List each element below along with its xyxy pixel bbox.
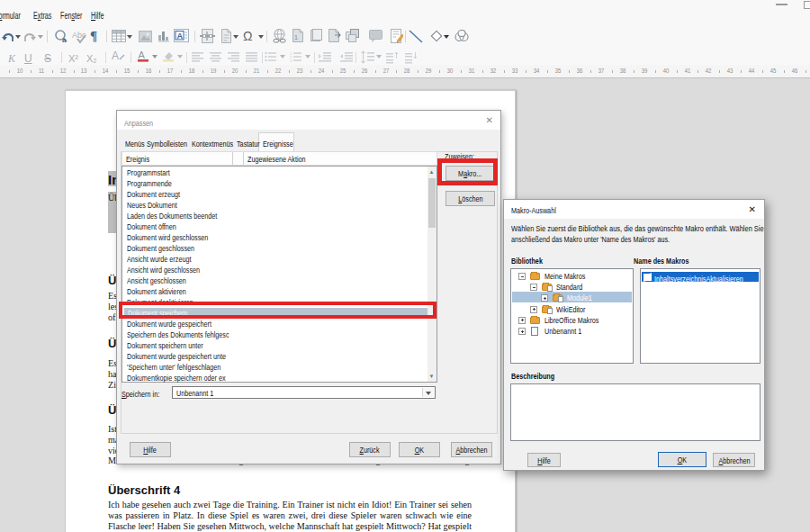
svg-text:A: A [112, 50, 119, 62]
svg-text:3.: 3. [290, 59, 292, 63]
svg-text:A: A [177, 32, 184, 41]
svg-text:Abc: Abc [72, 31, 86, 40]
svg-text:a: a [62, 36, 67, 44]
svg-text:A: A [139, 50, 146, 60]
svg-text:1: 1 [294, 34, 298, 41]
